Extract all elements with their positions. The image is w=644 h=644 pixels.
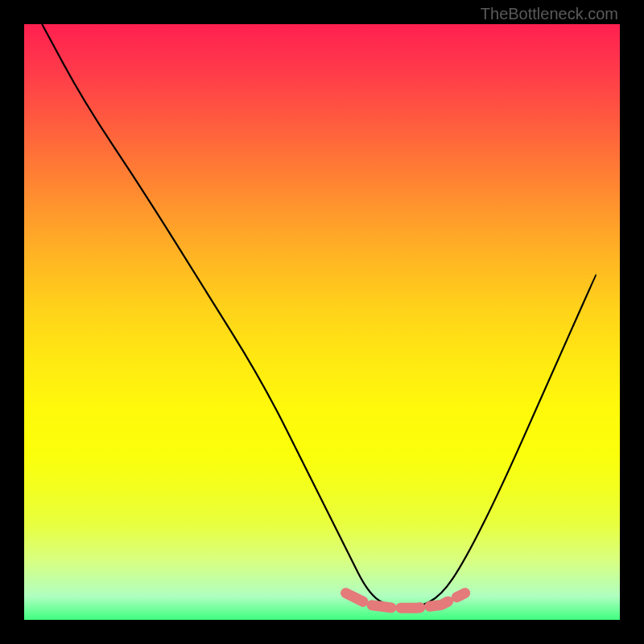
bottom-band-path — [346, 593, 465, 609]
main-curve-path — [42, 24, 596, 608]
curve-layer — [24, 24, 620, 620]
watermark-text: TheBottleneck.com — [481, 5, 618, 23]
chart-container: TheBottleneck.com — [0, 0, 644, 644]
plot-area — [24, 24, 620, 620]
